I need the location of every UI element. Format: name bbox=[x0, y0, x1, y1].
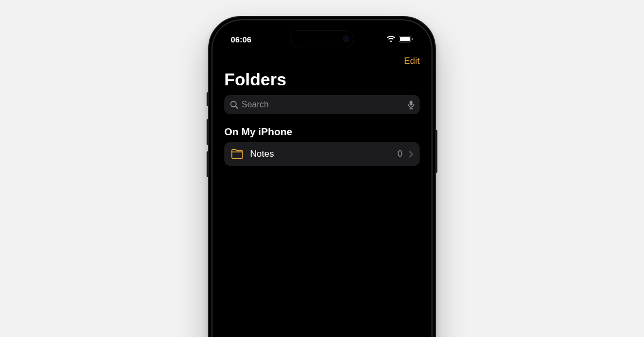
section-header: On My iPhone bbox=[224, 126, 420, 138]
edit-button[interactable]: Edit bbox=[404, 56, 420, 67]
svg-rect-1 bbox=[400, 37, 410, 41]
mute-switch[interactable] bbox=[207, 92, 209, 106]
search-icon bbox=[230, 100, 238, 109]
wifi-icon bbox=[386, 36, 396, 42]
folder-name-label: Notes bbox=[250, 149, 391, 159]
content: Edit Folders Search bbox=[216, 54, 428, 337]
status-right bbox=[386, 36, 413, 42]
nav-bar: Edit bbox=[224, 54, 420, 68]
phone-frame: 06:06 bbox=[208, 16, 436, 337]
svg-line-4 bbox=[236, 106, 238, 108]
battery-icon bbox=[399, 36, 413, 42]
status-time: 06:06 bbox=[231, 35, 251, 44]
folder-icon bbox=[231, 149, 244, 159]
page-title: Folders bbox=[224, 70, 420, 90]
volume-up-button[interactable] bbox=[207, 119, 209, 145]
screen: 06:06 bbox=[216, 24, 428, 337]
folder-count: 0 bbox=[398, 149, 402, 159]
status-bar: 06:06 bbox=[216, 32, 428, 46]
volume-down-button[interactable] bbox=[207, 151, 209, 177]
search-placeholder: Search bbox=[241, 100, 405, 109]
folder-row-notes[interactable]: Notes 0 bbox=[224, 142, 420, 166]
svg-rect-2 bbox=[412, 38, 413, 40]
microphone-icon[interactable] bbox=[408, 100, 414, 109]
chevron-right-icon bbox=[409, 151, 413, 158]
svg-rect-5 bbox=[410, 100, 413, 105]
power-button[interactable] bbox=[435, 130, 437, 173]
stage: 06:06 bbox=[0, 0, 644, 337]
search-input[interactable]: Search bbox=[224, 95, 420, 114]
